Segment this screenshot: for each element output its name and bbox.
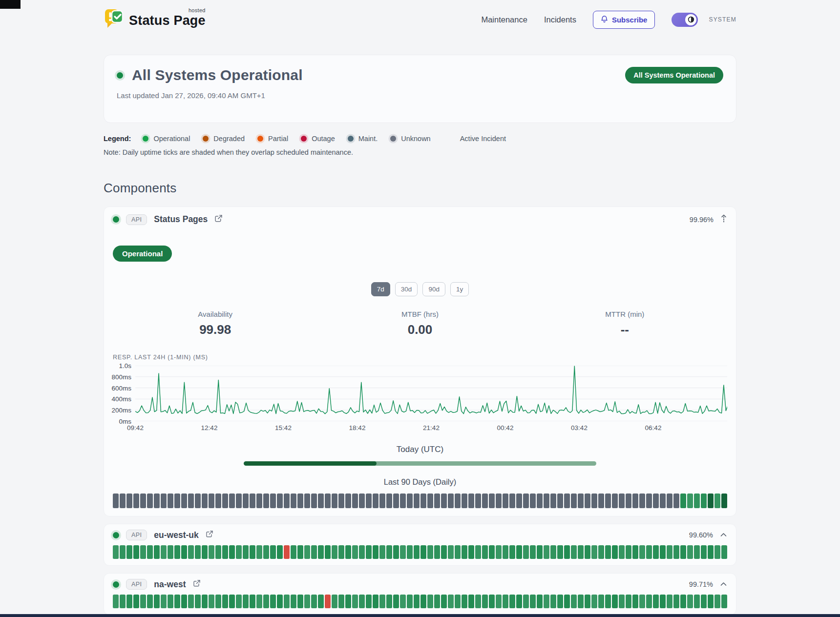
range-button-30d[interactable]: 30d <box>395 282 418 296</box>
brand-hosted-label: hosted <box>189 8 206 13</box>
uptime-tick <box>215 595 221 608</box>
uptime-tick <box>291 595 296 608</box>
uptime-tick <box>284 494 290 508</box>
uptime-tick <box>475 494 481 508</box>
uptime-tick <box>243 545 249 559</box>
uptime-tick <box>318 494 324 508</box>
uptime-tick <box>626 595 631 608</box>
uptime-tick <box>489 545 495 559</box>
uptime-tick <box>359 595 365 608</box>
legend-dot <box>257 136 263 142</box>
uptime-tick <box>243 595 249 608</box>
uptime-tick <box>284 545 290 559</box>
metric: MTBF (hrs)0.00 <box>317 310 522 337</box>
uptime-tick <box>544 545 549 559</box>
legend-items: OperationalDegradedPartialOutageMaint.Un… <box>143 135 430 143</box>
uptime-tick <box>509 545 515 559</box>
footer-bar <box>0 614 840 617</box>
uptime-tick <box>585 595 590 608</box>
uptime-tick <box>338 595 344 608</box>
uptime-tick <box>564 545 570 559</box>
uptime-tick <box>626 494 631 508</box>
uptime-tick <box>468 595 474 608</box>
legend-item: Unknown <box>390 135 430 143</box>
uptime-tick <box>236 545 242 559</box>
uptime-tick <box>407 595 413 608</box>
uptime-tick <box>550 595 556 608</box>
uptime-tick <box>147 494 153 508</box>
uptime-tick <box>619 595 625 608</box>
component-header[interactable]: API eu-west-uk 99.60% <box>113 530 727 540</box>
uptime-tick <box>188 545 194 559</box>
external-link-icon[interactable] <box>193 579 201 589</box>
uptime-tick <box>393 595 399 608</box>
chevron-up-icon[interactable] <box>720 531 727 539</box>
uptime-tick <box>489 494 495 508</box>
uptime-tick <box>318 545 324 559</box>
uptime-tick <box>482 494 488 508</box>
legend-item: Maint. <box>348 135 378 143</box>
uptime-tick <box>133 595 139 608</box>
nav-incidents[interactable]: Incidents <box>544 15 576 24</box>
uptime-tick <box>352 494 358 508</box>
today-progress-fill <box>244 461 377 466</box>
uptime-tick <box>311 545 317 559</box>
uptime-tick <box>140 494 146 508</box>
x-tick-label: 00:42 <box>497 424 514 432</box>
uptime-tick <box>441 494 447 508</box>
components-heading: Components <box>104 181 736 196</box>
uptime-tick <box>503 545 508 559</box>
collapse-icon[interactable] <box>720 214 727 225</box>
uptime-tick <box>441 545 447 559</box>
uptime-tick <box>571 595 577 608</box>
theme-toggle[interactable] <box>672 13 698 27</box>
range-button-90d[interactable]: 90d <box>422 282 445 296</box>
uptime-tick <box>414 494 420 508</box>
uptime-tick <box>564 595 570 608</box>
legend-dot <box>390 136 396 142</box>
external-link-icon[interactable] <box>214 214 223 225</box>
uptime-tick <box>229 545 235 559</box>
legend-dot <box>143 136 148 142</box>
legend-active-incident: Active Incident <box>460 135 506 143</box>
chart-x-axis: 09:4212:4215:4218:4221:4200:4203:4206:42 <box>135 424 727 435</box>
uptime-tick <box>523 494 529 508</box>
y-tick-label: 200ms <box>111 407 131 414</box>
uptime-tick <box>379 595 385 608</box>
uptime-tick <box>181 545 187 559</box>
y-tick-label: 1.0s <box>119 362 131 370</box>
uptime-tick <box>195 494 201 508</box>
uptime-tick <box>468 494 474 508</box>
x-tick-label: 18:42 <box>349 424 366 432</box>
component-card-na-west: API na-west 99.71% <box>104 573 736 615</box>
uptime-tick <box>708 545 714 559</box>
uptime-tick <box>687 494 693 508</box>
uptime-tick <box>222 494 228 508</box>
uptime-tick <box>564 494 570 508</box>
uptime-tick <box>236 595 242 608</box>
component-header[interactable]: API na-west 99.71% <box>113 579 727 590</box>
subscribe-button[interactable]: Subscribe <box>593 11 655 29</box>
bell-icon <box>601 15 608 24</box>
uptime-tick <box>516 494 522 508</box>
uptime-ticks-na-west <box>113 595 727 608</box>
component-header[interactable]: API Status Pages 99.96% <box>113 214 727 225</box>
uptime-tick <box>434 545 440 559</box>
uptime-tick <box>277 545 283 559</box>
uptime-tick <box>407 545 413 559</box>
last-updated: Last updated Jan 27, 2026, 09:40 AM GMT+… <box>117 91 723 100</box>
uptime-tick <box>632 545 638 559</box>
nav-maintenance[interactable]: Maintenance <box>481 15 527 24</box>
uptime-tick <box>680 545 686 559</box>
uptime-tick <box>509 494 515 508</box>
range-button-7d[interactable]: 7d <box>371 282 390 296</box>
legend-note: Note: Daily uptime ticks are shaded when… <box>104 148 736 156</box>
component-uptime: 99.71% <box>689 580 713 588</box>
uptime-tick <box>605 494 611 508</box>
chevron-up-icon[interactable] <box>720 580 727 589</box>
external-link-icon[interactable] <box>206 530 213 540</box>
uptime-tick <box>263 545 269 559</box>
range-button-1y[interactable]: 1y <box>450 282 469 296</box>
uptime-tick <box>229 595 235 608</box>
brand-name: Status Page <box>129 14 206 27</box>
